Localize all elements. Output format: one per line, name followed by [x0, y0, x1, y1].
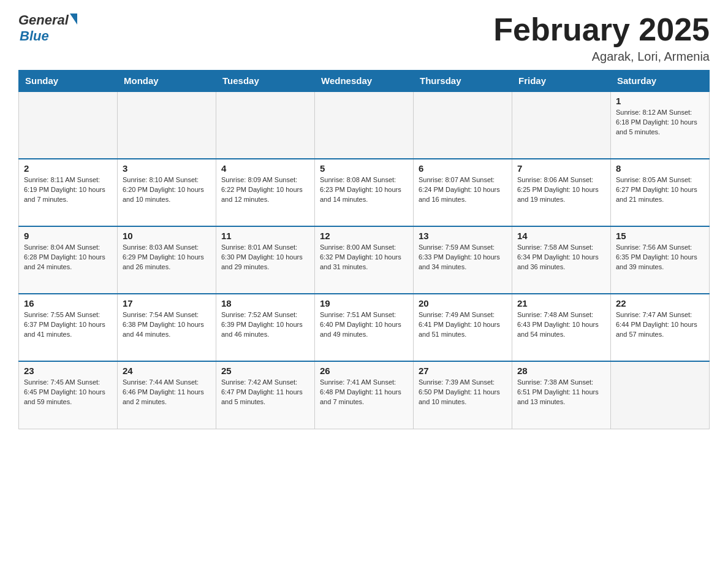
calendar-cell: 9Sunrise: 8:04 AM Sunset: 6:28 PM Daylig…: [19, 226, 118, 294]
day-info: Sunrise: 8:01 AM Sunset: 6:30 PM Dayligh…: [221, 243, 309, 272]
weekday-header-sunday: Sunday: [19, 71, 118, 92]
location-text: Agarak, Lori, Armenia: [493, 50, 710, 64]
logo-general-text: General: [18, 12, 69, 28]
calendar-header: SundayMondayTuesdayWednesdayThursdayFrid…: [19, 71, 710, 92]
weekday-header-thursday: Thursday: [414, 71, 512, 92]
day-info: Sunrise: 8:12 AM Sunset: 6:18 PM Dayligh…: [616, 108, 704, 137]
day-number: 15: [616, 231, 704, 241]
day-number: 7: [517, 163, 605, 174]
day-info: Sunrise: 7:41 AM Sunset: 6:48 PM Dayligh…: [320, 378, 408, 407]
calendar-cell: 8Sunrise: 8:05 AM Sunset: 6:27 PM Daylig…: [611, 159, 710, 226]
logo-blue-text: Blue: [20, 28, 49, 44]
calendar-cell: 2Sunrise: 8:11 AM Sunset: 6:19 PM Daylig…: [19, 159, 118, 226]
day-number: 25: [221, 366, 309, 376]
calendar-cell: 21Sunrise: 7:48 AM Sunset: 6:43 PM Dayli…: [512, 294, 611, 361]
calendar-cell: 3Sunrise: 8:10 AM Sunset: 6:20 PM Daylig…: [118, 159, 216, 226]
day-info: Sunrise: 7:52 AM Sunset: 6:39 PM Dayligh…: [221, 310, 309, 340]
logo-triangle-icon: [70, 13, 77, 25]
calendar-cell: 6Sunrise: 8:07 AM Sunset: 6:24 PM Daylig…: [414, 159, 512, 226]
day-number: 1: [616, 96, 704, 106]
calendar-cell: 26Sunrise: 7:41 AM Sunset: 6:48 PM Dayli…: [315, 361, 414, 429]
day-number: 16: [24, 298, 112, 308]
day-info: Sunrise: 7:48 AM Sunset: 6:43 PM Dayligh…: [517, 310, 605, 340]
weekday-header-monday: Monday: [118, 71, 216, 92]
day-number: 4: [221, 163, 309, 174]
calendar-cell: 1Sunrise: 8:12 AM Sunset: 6:18 PM Daylig…: [611, 91, 710, 159]
calendar-cell: 17Sunrise: 7:54 AM Sunset: 6:38 PM Dayli…: [118, 294, 216, 361]
day-number: 5: [320, 163, 408, 174]
day-number: 8: [616, 163, 704, 174]
day-info: Sunrise: 7:55 AM Sunset: 6:37 PM Dayligh…: [24, 310, 112, 340]
day-info: Sunrise: 7:49 AM Sunset: 6:41 PM Dayligh…: [419, 310, 507, 340]
day-number: 26: [320, 366, 408, 376]
calendar-cell: 13Sunrise: 7:59 AM Sunset: 6:33 PM Dayli…: [414, 226, 512, 294]
day-info: Sunrise: 7:39 AM Sunset: 6:50 PM Dayligh…: [419, 378, 507, 407]
day-info: Sunrise: 7:51 AM Sunset: 6:40 PM Dayligh…: [320, 310, 408, 340]
day-number: 18: [221, 298, 309, 308]
day-info: Sunrise: 8:06 AM Sunset: 6:25 PM Dayligh…: [517, 175, 605, 205]
logo: General Blue: [18, 12, 77, 44]
calendar-cell: 14Sunrise: 7:58 AM Sunset: 6:34 PM Dayli…: [512, 226, 611, 294]
calendar-cell: [216, 91, 315, 159]
day-info: Sunrise: 8:03 AM Sunset: 6:29 PM Dayligh…: [123, 243, 211, 272]
calendar-cell: 28Sunrise: 7:38 AM Sunset: 6:51 PM Dayli…: [512, 361, 611, 429]
calendar-cell: 19Sunrise: 7:51 AM Sunset: 6:40 PM Dayli…: [315, 294, 414, 361]
day-info: Sunrise: 8:11 AM Sunset: 6:19 PM Dayligh…: [24, 175, 112, 205]
day-info: Sunrise: 8:07 AM Sunset: 6:24 PM Dayligh…: [419, 175, 507, 205]
day-number: 10: [123, 231, 211, 241]
day-number: 6: [419, 163, 507, 174]
day-number: 17: [123, 298, 211, 308]
weekday-header-tuesday: Tuesday: [216, 71, 315, 92]
day-info: Sunrise: 8:08 AM Sunset: 6:23 PM Dayligh…: [320, 175, 408, 205]
calendar-cell: [19, 91, 118, 159]
calendar-cell: [611, 361, 710, 429]
calendar-cell: 7Sunrise: 8:06 AM Sunset: 6:25 PM Daylig…: [512, 159, 611, 226]
calendar-cell: [118, 91, 216, 159]
page-header: General Blue February 2025 Agarak, Lori,…: [18, 12, 710, 64]
day-number: 22: [616, 298, 704, 308]
day-info: Sunrise: 7:44 AM Sunset: 6:46 PM Dayligh…: [123, 378, 211, 407]
day-info: Sunrise: 8:05 AM Sunset: 6:27 PM Dayligh…: [616, 175, 704, 205]
day-info: Sunrise: 7:56 AM Sunset: 6:35 PM Dayligh…: [616, 243, 704, 272]
day-number: 2: [24, 163, 112, 174]
calendar-cell: [315, 91, 414, 159]
calendar-cell: 22Sunrise: 7:47 AM Sunset: 6:44 PM Dayli…: [611, 294, 710, 361]
calendar-cell: 25Sunrise: 7:42 AM Sunset: 6:47 PM Dayli…: [216, 361, 315, 429]
calendar-week-row: 9Sunrise: 8:04 AM Sunset: 6:28 PM Daylig…: [19, 226, 710, 294]
day-number: 9: [24, 231, 112, 241]
weekday-header-friday: Friday: [512, 71, 611, 92]
day-info: Sunrise: 7:54 AM Sunset: 6:38 PM Dayligh…: [123, 310, 211, 340]
weekday-header-wednesday: Wednesday: [315, 71, 414, 92]
calendar-cell: 27Sunrise: 7:39 AM Sunset: 6:50 PM Dayli…: [414, 361, 512, 429]
day-number: 21: [517, 298, 605, 308]
calendar-cell: 11Sunrise: 8:01 AM Sunset: 6:30 PM Dayli…: [216, 226, 315, 294]
calendar-cell: 10Sunrise: 8:03 AM Sunset: 6:29 PM Dayli…: [118, 226, 216, 294]
calendar-week-row: 23Sunrise: 7:45 AM Sunset: 6:45 PM Dayli…: [19, 361, 710, 429]
day-info: Sunrise: 7:45 AM Sunset: 6:45 PM Dayligh…: [24, 378, 112, 407]
title-block: February 2025 Agarak, Lori, Armenia: [493, 12, 710, 64]
day-number: 27: [419, 366, 507, 376]
weekday-header-row: SundayMondayTuesdayWednesdayThursdayFrid…: [19, 71, 710, 92]
day-info: Sunrise: 7:47 AM Sunset: 6:44 PM Dayligh…: [616, 310, 704, 340]
calendar-cell: 18Sunrise: 7:52 AM Sunset: 6:39 PM Dayli…: [216, 294, 315, 361]
calendar-table: SundayMondayTuesdayWednesdayThursdayFrid…: [18, 70, 710, 429]
calendar-cell: 5Sunrise: 8:08 AM Sunset: 6:23 PM Daylig…: [315, 159, 414, 226]
day-info: Sunrise: 8:04 AM Sunset: 6:28 PM Dayligh…: [24, 243, 112, 272]
day-info: Sunrise: 8:10 AM Sunset: 6:20 PM Dayligh…: [123, 175, 211, 205]
calendar-week-row: 2Sunrise: 8:11 AM Sunset: 6:19 PM Daylig…: [19, 159, 710, 226]
day-number: 12: [320, 231, 408, 241]
day-number: 11: [221, 231, 309, 241]
day-number: 20: [419, 298, 507, 308]
day-number: 13: [419, 231, 507, 241]
day-info: Sunrise: 7:59 AM Sunset: 6:33 PM Dayligh…: [419, 243, 507, 272]
calendar-cell: 23Sunrise: 7:45 AM Sunset: 6:45 PM Dayli…: [19, 361, 118, 429]
day-info: Sunrise: 7:42 AM Sunset: 6:47 PM Dayligh…: [221, 378, 309, 407]
day-info: Sunrise: 8:00 AM Sunset: 6:32 PM Dayligh…: [320, 243, 408, 272]
day-number: 23: [24, 366, 112, 376]
month-title: February 2025: [493, 12, 710, 47]
day-number: 24: [123, 366, 211, 376]
day-info: Sunrise: 8:09 AM Sunset: 6:22 PM Dayligh…: [221, 175, 309, 205]
calendar-cell: 4Sunrise: 8:09 AM Sunset: 6:22 PM Daylig…: [216, 159, 315, 226]
weekday-header-saturday: Saturday: [611, 71, 710, 92]
day-info: Sunrise: 7:58 AM Sunset: 6:34 PM Dayligh…: [517, 243, 605, 272]
